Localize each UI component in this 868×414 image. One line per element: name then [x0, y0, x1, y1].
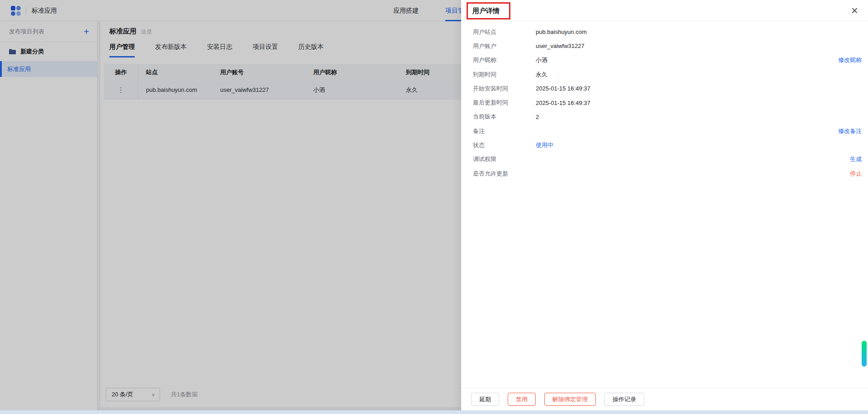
user-detail-drawer: 用户详情 × 用户站点 pub.baishuyun.com 用户账户 user_…	[461, 0, 868, 414]
field-install-time: 开始安装时间 2025-01-15 16:49:37	[461, 81, 868, 95]
field-remark: 备注 修改备注	[461, 124, 868, 138]
field-debug-permission: 调试权限 生成	[461, 152, 868, 167]
edit-remark-link[interactable]: 修改备注	[838, 127, 862, 135]
field-status: 状态 使用中	[461, 138, 868, 152]
extend-button[interactable]: 延期	[471, 393, 499, 406]
field-user-account: 用户账户 user_vaiwfw31227	[461, 39, 868, 53]
detail-fields: 用户站点 pub.baishuyun.com 用户账户 user_vaiwfw3…	[461, 25, 868, 181]
field-user-site: 用户站点 pub.baishuyun.com	[461, 25, 868, 39]
drawer-header: 用户详情 ×	[461, 0, 868, 21]
floating-helper-indicator[interactable]	[862, 341, 867, 366]
close-icon[interactable]: ×	[851, 3, 858, 18]
field-user-nickname: 用户昵称 小酒 修改昵称	[461, 53, 868, 67]
edit-nickname-link[interactable]: 修改昵称	[838, 56, 862, 64]
bottom-strip	[0, 410, 868, 414]
field-update-time: 最后更新时间 2025-01-15 16:49:37	[461, 95, 868, 109]
unbind-management-button[interactable]: 解除绑定管理	[544, 393, 596, 406]
field-allow-update: 是否允许更新 停止	[461, 167, 868, 181]
field-expire-time: 到期时间 永久	[461, 67, 868, 81]
generate-link[interactable]: 生成	[850, 155, 862, 163]
disable-button[interactable]: 禁用	[508, 393, 536, 406]
operation-log-button[interactable]: 操作记录	[604, 393, 644, 406]
drawer-title: 用户详情	[472, 0, 500, 21]
stop-link[interactable]: 停止	[850, 170, 862, 178]
drawer-footer: 延期 禁用 解除绑定管理 操作记录	[461, 388, 868, 410]
status-badge: 使用中	[536, 141, 862, 149]
field-current-version: 当前版本 2	[461, 110, 868, 124]
